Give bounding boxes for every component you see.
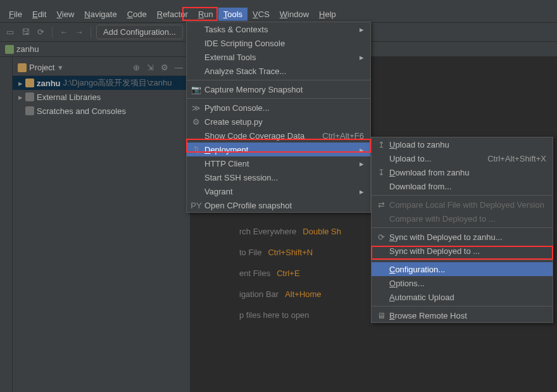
py-icon: ≫: [191, 103, 202, 113]
project-tree: Project ▾ ⊕ ⇲ ⚙ — ▸ zanhu J:\Django高级开发项…: [13, 57, 190, 392]
target-icon[interactable]: ⊕: [133, 63, 143, 73]
menu-item-label: Vagrant: [204, 187, 348, 196]
diff-icon: ⇄: [375, 199, 387, 210]
tools-menu-item[interactable]: Start SSH session...: [187, 170, 370, 184]
refresh-icon[interactable]: ⟳: [34, 26, 47, 39]
breadcrumb-project: zanhu: [16, 44, 39, 54]
chevron-right-icon[interactable]: ▸: [16, 79, 24, 88]
up-icon: ↥: [375, 139, 387, 149]
sync-icon: ⟳: [375, 232, 387, 242]
deploy-menu-item[interactable]: Sync with Deployed to ...: [372, 244, 553, 258]
deploy-menu-item[interactable]: Upload to...Ctrl+Alt+Shift+X: [372, 151, 553, 165]
tree-external-label: External Libraries: [37, 92, 101, 102]
tools-menu-item[interactable]: 📷Capture Memory Snapshot: [187, 82, 370, 96]
library-icon: [25, 92, 34, 101]
tools-menu-item[interactable]: ⇅Deployment▸: [187, 142, 370, 156]
globe-icon: 🖥: [375, 310, 387, 320]
gear-icon[interactable]: ⚙: [161, 63, 171, 73]
tools-menu-item[interactable]: HTTP Client▸: [187, 156, 370, 170]
chevron-right-icon[interactable]: ▸: [16, 92, 24, 102]
editor-hint: rch EverywhereDouble Sh: [239, 227, 341, 236]
tools-menu-item[interactable]: ⚙Create setup.py: [187, 115, 370, 129]
chevron-down-icon: ▾: [58, 63, 63, 72]
deploy-menu-item: ⇄Compare Local File with Deployed Versio…: [372, 198, 553, 212]
deploy-menu-item[interactable]: ↧Download from zanhu: [372, 165, 553, 179]
menu-run[interactable]: Run: [193, 8, 218, 21]
editor-hint: p files here to open: [239, 310, 341, 320]
menubar: FileEditViewNavigateCodeRefactorRunTools…: [0, 6, 557, 23]
shortcut-label: Ctrl+Alt+F6: [322, 131, 364, 141]
menu-view[interactable]: View: [51, 8, 79, 21]
spacer: [16, 106, 24, 116]
menu-item-label: IDE Scripting Console: [204, 39, 364, 48]
save-icon[interactable]: 🖫: [19, 26, 32, 39]
menu-item-label: Capture Memory Snapshot: [204, 85, 364, 94]
tree-root[interactable]: ▸ zanhu J:\Django高级开发项目\zanhu: [13, 76, 190, 90]
tools-menu-item[interactable]: Vagrant▸: [187, 184, 370, 198]
hide-icon[interactable]: —: [175, 63, 185, 73]
deploy-menu-item[interactable]: Download from...: [372, 179, 553, 193]
submenu-arrow-icon: ▸: [360, 25, 364, 34]
deploy-menu-item[interactable]: Configuration...: [372, 262, 553, 276]
menu-separator: [372, 195, 553, 196]
menu-item-label: External Tools: [204, 53, 348, 62]
tree-external-libs[interactable]: ▸ External Libraries: [13, 90, 190, 104]
menu-separator: [187, 98, 370, 99]
project-panel-header[interactable]: Project ▾ ⊕ ⇲ ⚙ —: [13, 60, 190, 76]
open-icon[interactable]: ▭: [4, 26, 16, 39]
tree-scratches-label: Scratches and Consoles: [37, 106, 126, 116]
blank-icon: [375, 181, 387, 191]
blank-icon: [191, 130, 202, 141]
blank-icon: [191, 24, 202, 34]
collapse-icon[interactable]: ⇲: [147, 63, 157, 73]
menu-separator: [372, 227, 553, 228]
tools-menu-item[interactable]: IDE Scripting Console: [187, 36, 370, 50]
blank-icon: [375, 246, 387, 256]
deploy-menu-item[interactable]: 🖥Browse Remote Host: [372, 308, 553, 322]
menu-item-label: Show Code Coverage Data: [204, 131, 311, 141]
menu-navigate[interactable]: Navigate: [79, 8, 122, 21]
deployment-submenu: ↥Upload to zanhuUpload to...Ctrl+Alt+Shi…: [371, 137, 553, 323]
deploy-menu-item[interactable]: ↥Upload to zanhu: [372, 137, 553, 151]
menu-separator: [372, 306, 553, 307]
add-configuration-button[interactable]: Add Configuration...: [96, 25, 183, 39]
updown-icon: ⇅: [191, 144, 202, 155]
redo-icon[interactable]: →: [73, 26, 85, 39]
blank-icon: [191, 158, 202, 168]
tools-menu-item[interactable]: Show Code Coverage DataCtrl+Alt+F6: [187, 129, 370, 142]
menu-item-label: Compare with Deployed to ...: [389, 214, 546, 224]
tools-menu-item[interactable]: Analyze Stack Trace...: [187, 64, 370, 78]
menu-item-label: Analyze Stack Trace...: [204, 66, 364, 76]
tools-menu-item[interactable]: PYOpen CProfile snapshot: [187, 198, 370, 212]
project-tab-icon[interactable]: [1, 60, 11, 62]
tools-menu-item[interactable]: External Tools▸: [187, 50, 370, 64]
menu-tools[interactable]: Tools: [218, 8, 247, 21]
editor-hint: to FileCtrl+Shift+N: [239, 248, 341, 257]
tools-menu-item[interactable]: Tasks & Contexts▸: [187, 22, 370, 36]
tools-menu-item[interactable]: ≫Python Console...: [187, 101, 370, 115]
deploy-menu-item[interactable]: Automatic Upload: [372, 290, 553, 304]
blank-icon: [191, 172, 202, 182]
menu-help[interactable]: Help: [314, 8, 341, 21]
menu-item-label: Start SSH session...: [204, 173, 364, 182]
tree-scratches[interactable]: Scratches and Consoles: [13, 104, 190, 118]
menu-item-label: Upload to zanhu: [389, 140, 546, 149]
separator: [52, 27, 53, 38]
menu-vcs[interactable]: VCS: [247, 8, 275, 21]
down-icon: ↧: [375, 167, 387, 177]
menu-file[interactable]: File: [4, 8, 27, 21]
menu-window[interactable]: Window: [275, 8, 314, 21]
menu-refactor[interactable]: Refactor: [152, 8, 193, 21]
folder-icon: [18, 63, 27, 72]
deploy-menu-item[interactable]: ⟳Sync with Deployed to zanhu...: [372, 230, 553, 244]
menu-item-label: Compare Local File with Deployed Version: [389, 200, 546, 210]
menu-edit[interactable]: Edit: [27, 8, 51, 21]
blank-icon: [375, 278, 387, 288]
undo-icon[interactable]: ←: [58, 26, 70, 39]
menu-item-label: Tasks & Contexts: [204, 25, 348, 34]
deploy-menu-item: Compare with Deployed to ...: [372, 212, 553, 225]
blank-icon: [375, 153, 387, 163]
deploy-menu-item[interactable]: Options...: [372, 276, 553, 290]
menu-code[interactable]: Code: [122, 8, 152, 21]
separator: [91, 27, 91, 38]
